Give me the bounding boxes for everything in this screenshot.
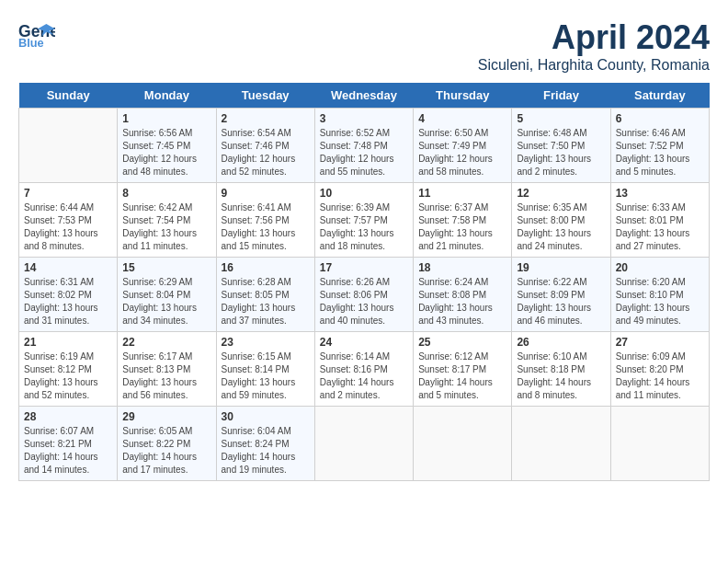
cell-content: Sunrise: 6:20 AM Sunset: 8:10 PM Dayligh… xyxy=(616,276,704,327)
calendar-header-row: SundayMondayTuesdayWednesdayThursdayFrid… xyxy=(19,83,710,109)
calendar-cell: 5Sunrise: 6:48 AM Sunset: 7:50 PM Daylig… xyxy=(512,109,610,183)
day-number: 19 xyxy=(517,261,605,274)
cell-content: Sunrise: 6:04 AM Sunset: 8:24 PM Dayligh… xyxy=(222,425,310,477)
calendar-cell: 4Sunrise: 6:50 AM Sunset: 7:49 PM Daylig… xyxy=(414,109,512,183)
cell-content: Sunrise: 6:28 AM Sunset: 8:05 PM Dayligh… xyxy=(222,276,310,327)
calendar-cell: 21Sunrise: 6:19 AM Sunset: 8:12 PM Dayli… xyxy=(19,332,118,407)
calendar-cell: 15Sunrise: 6:29 AM Sunset: 8:04 PM Dayli… xyxy=(118,258,216,332)
page-header: General Blue April 2024 Siculeni, Harghi… xyxy=(18,18,710,74)
calendar-week-row: 7Sunrise: 6:44 AM Sunset: 7:53 PM Daylig… xyxy=(19,183,710,258)
cell-content: Sunrise: 6:39 AM Sunset: 7:57 PM Dayligh… xyxy=(320,201,408,253)
calendar-cell: 24Sunrise: 6:14 AM Sunset: 8:16 PM Dayli… xyxy=(314,332,413,407)
calendar-cell: 16Sunrise: 6:28 AM Sunset: 8:05 PM Dayli… xyxy=(216,258,314,332)
cell-content: Sunrise: 6:29 AM Sunset: 8:04 PM Dayligh… xyxy=(122,276,210,327)
cell-content: Sunrise: 6:54 AM Sunset: 7:46 PM Dayligh… xyxy=(222,127,310,178)
calendar-cell: 7Sunrise: 6:44 AM Sunset: 7:53 PM Daylig… xyxy=(19,183,118,258)
day-number: 3 xyxy=(320,112,408,125)
calendar-body: 1Sunrise: 6:56 AM Sunset: 7:45 PM Daylig… xyxy=(19,109,710,481)
calendar-cell: 9Sunrise: 6:41 AM Sunset: 7:56 PM Daylig… xyxy=(216,183,314,258)
calendar-cell: 2Sunrise: 6:54 AM Sunset: 7:46 PM Daylig… xyxy=(216,109,314,183)
cell-content: Sunrise: 6:12 AM Sunset: 8:17 PM Dayligh… xyxy=(418,350,506,402)
calendar-cell: 14Sunrise: 6:31 AM Sunset: 8:02 PM Dayli… xyxy=(19,258,118,332)
day-number: 22 xyxy=(122,336,210,349)
day-number: 7 xyxy=(24,187,112,200)
calendar-cell: 6Sunrise: 6:46 AM Sunset: 7:52 PM Daylig… xyxy=(610,109,709,183)
day-number: 25 xyxy=(418,336,506,349)
day-number: 18 xyxy=(418,261,506,274)
day-number: 13 xyxy=(616,187,704,200)
day-of-week-header: Tuesday xyxy=(216,83,314,109)
title-area: April 2024 Siculeni, Harghita County, Ro… xyxy=(478,18,710,74)
calendar-cell: 20Sunrise: 6:20 AM Sunset: 8:10 PM Dayli… xyxy=(610,258,709,332)
day-number: 24 xyxy=(320,336,408,349)
calendar-cell: 1Sunrise: 6:56 AM Sunset: 7:45 PM Daylig… xyxy=(118,109,216,183)
cell-content: Sunrise: 6:14 AM Sunset: 8:16 PM Dayligh… xyxy=(320,350,408,402)
day-of-week-header: Friday xyxy=(512,83,610,109)
day-number: 27 xyxy=(616,336,704,349)
calendar-cell: 27Sunrise: 6:09 AM Sunset: 8:20 PM Dayli… xyxy=(610,332,709,407)
cell-content: Sunrise: 6:41 AM Sunset: 7:56 PM Dayligh… xyxy=(222,201,310,253)
day-of-week-header: Thursday xyxy=(414,83,512,109)
calendar-cell: 25Sunrise: 6:12 AM Sunset: 8:17 PM Dayli… xyxy=(414,332,512,407)
calendar-cell: 13Sunrise: 6:33 AM Sunset: 8:01 PM Dayli… xyxy=(610,183,709,258)
calendar-cell: 29Sunrise: 6:05 AM Sunset: 8:22 PM Dayli… xyxy=(118,407,216,481)
calendar-week-row: 14Sunrise: 6:31 AM Sunset: 8:02 PM Dayli… xyxy=(19,258,710,332)
day-number: 9 xyxy=(222,187,310,200)
cell-content: Sunrise: 6:05 AM Sunset: 8:22 PM Dayligh… xyxy=(122,425,210,477)
day-number: 10 xyxy=(320,187,408,200)
day-number: 12 xyxy=(517,187,605,200)
day-of-week-header: Wednesday xyxy=(314,83,413,109)
day-number: 29 xyxy=(122,410,210,423)
day-number: 15 xyxy=(122,261,210,274)
day-number: 8 xyxy=(122,187,210,200)
cell-content: Sunrise: 6:24 AM Sunset: 8:08 PM Dayligh… xyxy=(418,276,506,327)
logo-icon: General Blue xyxy=(18,18,55,52)
cell-content: Sunrise: 6:35 AM Sunset: 8:00 PM Dayligh… xyxy=(517,201,605,253)
cell-content: Sunrise: 6:44 AM Sunset: 7:53 PM Dayligh… xyxy=(24,201,112,253)
cell-content: Sunrise: 6:07 AM Sunset: 8:21 PM Dayligh… xyxy=(24,425,112,477)
calendar-cell: 26Sunrise: 6:10 AM Sunset: 8:18 PM Dayli… xyxy=(512,332,610,407)
day-number: 5 xyxy=(517,112,605,125)
day-number: 20 xyxy=(616,261,704,274)
day-number: 28 xyxy=(24,410,112,423)
cell-content: Sunrise: 6:17 AM Sunset: 8:13 PM Dayligh… xyxy=(122,350,210,402)
calendar-cell: 10Sunrise: 6:39 AM Sunset: 7:57 PM Dayli… xyxy=(314,183,413,258)
day-number: 30 xyxy=(222,410,310,423)
day-number: 26 xyxy=(517,336,605,349)
day-number: 17 xyxy=(320,261,408,274)
calendar-cell xyxy=(314,407,413,481)
svg-text:Blue: Blue xyxy=(18,36,44,50)
cell-content: Sunrise: 6:52 AM Sunset: 7:48 PM Dayligh… xyxy=(320,127,408,178)
cell-content: Sunrise: 6:48 AM Sunset: 7:50 PM Dayligh… xyxy=(517,127,605,178)
day-number: 16 xyxy=(222,261,310,274)
cell-content: Sunrise: 6:31 AM Sunset: 8:02 PM Dayligh… xyxy=(24,276,112,327)
cell-content: Sunrise: 6:15 AM Sunset: 8:14 PM Dayligh… xyxy=(222,350,310,402)
day-number: 23 xyxy=(222,336,310,349)
cell-content: Sunrise: 6:26 AM Sunset: 8:06 PM Dayligh… xyxy=(320,276,408,327)
day-of-week-header: Monday xyxy=(118,83,216,109)
calendar-cell xyxy=(19,109,118,183)
day-number: 11 xyxy=(418,187,506,200)
calendar-cell: 28Sunrise: 6:07 AM Sunset: 8:21 PM Dayli… xyxy=(19,407,118,481)
calendar-cell xyxy=(414,407,512,481)
cell-content: Sunrise: 6:50 AM Sunset: 7:49 PM Dayligh… xyxy=(418,127,506,178)
day-number: 4 xyxy=(418,112,506,125)
day-of-week-header: Sunday xyxy=(19,83,118,109)
calendar-cell: 23Sunrise: 6:15 AM Sunset: 8:14 PM Dayli… xyxy=(216,332,314,407)
logo: General Blue xyxy=(18,18,55,52)
day-number: 1 xyxy=(122,112,210,125)
calendar-table: SundayMondayTuesdayWednesdayThursdayFrid… xyxy=(18,83,710,481)
calendar-cell: 30Sunrise: 6:04 AM Sunset: 8:24 PM Dayli… xyxy=(216,407,314,481)
calendar-cell xyxy=(610,407,709,481)
calendar-cell xyxy=(512,407,610,481)
calendar-cell: 8Sunrise: 6:42 AM Sunset: 7:54 PM Daylig… xyxy=(118,183,216,258)
day-number: 14 xyxy=(24,261,112,274)
calendar-week-row: 21Sunrise: 6:19 AM Sunset: 8:12 PM Dayli… xyxy=(19,332,710,407)
day-number: 21 xyxy=(24,336,112,349)
cell-content: Sunrise: 6:46 AM Sunset: 7:52 PM Dayligh… xyxy=(616,127,704,178)
day-of-week-header: Saturday xyxy=(610,83,709,109)
calendar-week-row: 1Sunrise: 6:56 AM Sunset: 7:45 PM Daylig… xyxy=(19,109,710,183)
calendar-cell: 12Sunrise: 6:35 AM Sunset: 8:00 PM Dayli… xyxy=(512,183,610,258)
cell-content: Sunrise: 6:22 AM Sunset: 8:09 PM Dayligh… xyxy=(517,276,605,327)
calendar-cell: 18Sunrise: 6:24 AM Sunset: 8:08 PM Dayli… xyxy=(414,258,512,332)
